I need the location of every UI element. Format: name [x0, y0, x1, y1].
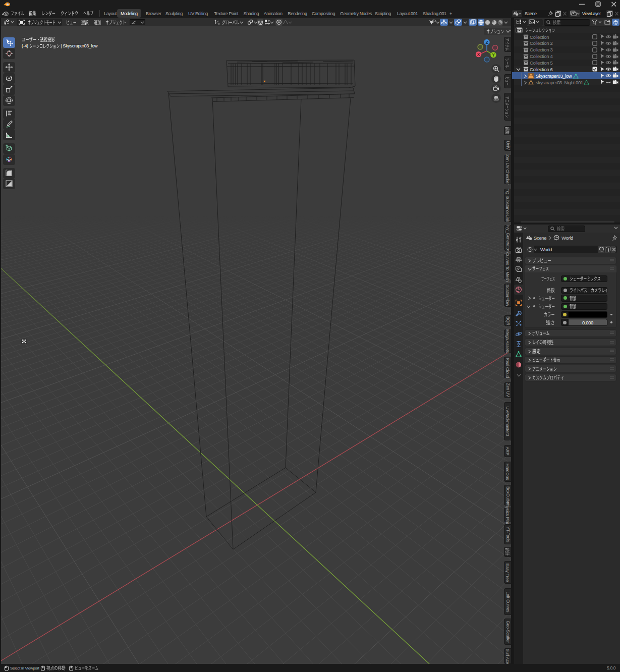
svg-text:Y: Y [492, 52, 495, 58]
svg-text:X: X [477, 52, 480, 57]
svg-text:Z: Z [485, 40, 488, 45]
